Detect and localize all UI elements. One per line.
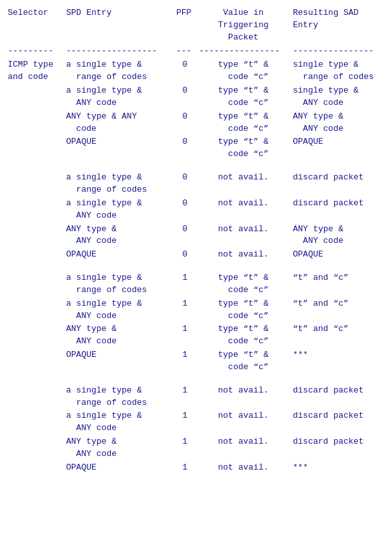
table-row: ANY type & ANY code1not avail.discard pa… [5,435,391,461]
cell-selector [5,323,63,348]
divider-row: --------- ------------------ --- -------… [5,45,391,59]
cell-trigger: type “t” & code “c” [196,297,290,323]
cell-pfp: 0 [174,58,196,84]
header-selector: Selector [5,6,63,45]
cell-sad: discard packet [290,409,391,435]
cell-trigger: type “t” & code “c” [196,110,290,136]
table-body: ICMP type and codea single type & range … [5,58,391,474]
cell-pfp: 0 [174,197,196,223]
cell-sad: single type & range of codes [290,58,391,84]
cell-sad: *** [290,348,391,377]
cell-pfp: 1 [174,323,196,348]
header-sad: Resulting SADEntry [290,6,391,45]
cell-pfp: 0 [174,110,196,136]
cell-selector [5,409,63,435]
cell-sad: *** [290,461,391,475]
cell-trigger: type “t” & code “c” [196,323,290,348]
cell-spd: a single type & ANY code [63,297,174,323]
table-row: OPAQUE0not avail.OPAQUE [5,248,391,264]
cell-trigger: not avail. [196,248,290,264]
cell-selector [5,348,63,377]
cell-trigger: not avail. [196,223,290,249]
divider-spd: ------------------ [63,45,174,59]
table-row: a single type & range of codes0not avail… [5,164,391,197]
cell-trigger: type “t” & code “c” [196,58,290,84]
cell-spd: a single type & range of codes [63,164,174,197]
cell-sad: discard packet [290,197,391,223]
table-row: a single type & range of codes1not avail… [5,377,391,410]
cell-selector [5,223,63,249]
cell-trigger: not avail. [196,164,290,197]
table-row: OPAQUE1not avail.*** [5,461,391,475]
cell-selector [5,435,63,461]
cell-sad: discard packet [290,435,391,461]
header-pfp: PFP [174,6,196,45]
cell-spd: a single type & range of codes [63,58,174,84]
main-table-container: Selector SPD Entry PFP Value inTriggerin… [5,6,387,475]
divider-pfp: --- [174,45,196,59]
cell-spd: OPAQUE [63,248,174,264]
cell-trigger: not avail. [196,377,290,410]
cell-pfp: 1 [174,297,196,323]
cell-trigger: type “t” & code “c” [196,84,290,110]
table-row: OPAQUE0type “t” & code “c”OPAQUE [5,135,391,164]
header-spd: SPD Entry [63,6,174,45]
table-row: OPAQUE1type “t” & code “c”*** [5,348,391,377]
cell-trigger: not avail. [196,409,290,435]
cell-pfp: 1 [174,409,196,435]
cell-selector: ICMP type and code [5,58,63,84]
cell-trigger: not avail. [196,461,290,475]
cell-trigger: type “t” & code “c” [196,348,290,377]
table-row: ANY type & ANY code0not avail.ANY type &… [5,223,391,249]
table-row: ANY type & ANY code0type “t” & code “c”A… [5,110,391,136]
cell-spd: a single type & range of codes [63,264,174,297]
cell-selector [5,164,63,197]
cell-spd: ANY type & ANY code [63,435,174,461]
cell-sad: ANY type & ANY code [290,223,391,249]
table-header-row: Selector SPD Entry PFP Value inTriggerin… [5,6,391,45]
cell-selector [5,297,63,323]
cell-spd: OPAQUE [63,348,174,377]
cell-selector [5,248,63,264]
cell-pfp: 1 [174,435,196,461]
cell-trigger: not avail. [196,197,290,223]
cell-pfp: 1 [174,264,196,297]
table-row: a single type & ANY code1type “t” & code… [5,297,391,323]
cell-sad: OPAQUE [290,248,391,264]
divider-selector: --------- [5,45,63,59]
cell-sad: ANY type & ANY code [290,110,391,136]
cell-spd: OPAQUE [63,135,174,164]
cell-sad: OPAQUE [290,135,391,164]
table-row: ANY type & ANY code1type “t” & code “c”“… [5,323,391,348]
cell-selector [5,135,63,164]
cell-pfp: 0 [174,248,196,264]
cell-sad: discard packet [290,164,391,197]
cell-sad: single type & ANY code [290,84,391,110]
divider-sad: ---------------- [290,45,391,59]
cell-trigger: type “t” & code “c” [196,135,290,164]
cell-spd: ANY type & ANY code [63,323,174,348]
cell-spd: ANY type & ANY code [63,223,174,249]
cell-pfp: 0 [174,84,196,110]
cell-trigger: not avail. [196,435,290,461]
cell-spd: OPAQUE [63,461,174,475]
cell-pfp: 1 [174,348,196,377]
table-row: a single type & ANY code0type “t” & code… [5,84,391,110]
cell-spd: ANY type & ANY code [63,110,174,136]
divider-trigger: ---------------- [196,45,290,59]
cell-selector [5,84,63,110]
table-row: a single type & ANY code1not avail.disca… [5,409,391,435]
cell-sad: discard packet [290,377,391,410]
table-row: a single type & ANY code0not avail.disca… [5,197,391,223]
cell-selector [5,110,63,136]
cell-trigger: type “t” & code “c” [196,264,290,297]
cell-spd: a single type & ANY code [63,197,174,223]
cell-sad: “t” and “c” [290,323,391,348]
cell-selector [5,461,63,475]
cell-pfp: 0 [174,164,196,197]
cell-pfp: 0 [174,223,196,249]
cell-pfp: 1 [174,377,196,410]
cell-spd: a single type & ANY code [63,84,174,110]
header-trigger: Value inTriggeringPacket [196,6,290,45]
cell-selector [5,197,63,223]
